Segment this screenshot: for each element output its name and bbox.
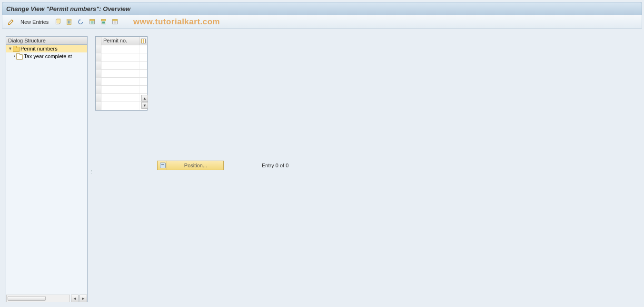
position-icon bbox=[159, 161, 167, 170]
hscroll-left-icon[interactable]: ◄ bbox=[71, 295, 79, 302]
table-row[interactable] bbox=[96, 45, 147, 53]
cell-permit-no[interactable] bbox=[101, 45, 139, 53]
svg-rect-8 bbox=[91, 21, 94, 22]
table-settings-icon[interactable] bbox=[139, 37, 147, 45]
row-selector[interactable] bbox=[96, 61, 101, 69]
page-title: Change View "Permit numbers": Overview bbox=[6, 5, 130, 12]
table-row[interactable] bbox=[96, 94, 147, 102]
row-selector-header[interactable] bbox=[96, 37, 101, 45]
svg-rect-18 bbox=[114, 23, 117, 23]
svg-rect-16 bbox=[114, 21, 117, 22]
undo-icon[interactable] bbox=[76, 17, 86, 27]
tree-node-label: Tax year complete st bbox=[24, 53, 72, 59]
cell-permit-no[interactable] bbox=[101, 86, 139, 93]
row-selector[interactable] bbox=[96, 86, 101, 93]
table-row[interactable] bbox=[96, 102, 147, 110]
tree-node-tax-year[interactable]: • Tax year complete st bbox=[6, 52, 87, 60]
cell-permit-no[interactable] bbox=[101, 78, 139, 85]
row-selector[interactable] bbox=[96, 94, 101, 102]
svg-rect-4 bbox=[69, 20, 70, 23]
table-header-row: Permit no. bbox=[96, 37, 147, 45]
tree-bullet-icon: • bbox=[14, 54, 15, 59]
hscroll-track[interactable] bbox=[6, 295, 70, 302]
dialog-structure-tree: ▼ Permit numbers • Tax year complete st bbox=[6, 45, 87, 301]
tree-collapse-icon[interactable]: ▼ bbox=[8, 46, 13, 51]
delete-icon[interactable] bbox=[65, 17, 74, 27]
position-button-label: Position... bbox=[168, 163, 223, 168]
hscroll-thumb[interactable] bbox=[8, 296, 46, 301]
dialog-structure-panel: Dialog Structure ▼ Permit numbers • Tax … bbox=[6, 36, 88, 302]
svg-rect-13 bbox=[102, 21, 105, 23]
row-selector[interactable] bbox=[96, 53, 101, 61]
svg-rect-15 bbox=[113, 19, 118, 20]
cell-permit-no[interactable] bbox=[101, 61, 139, 69]
table-row[interactable] bbox=[96, 78, 147, 86]
scroll-up-icon[interactable]: ▲ bbox=[141, 95, 148, 102]
entry-count-text: Entry 0 of 0 bbox=[262, 163, 288, 168]
splitter-handle[interactable] bbox=[89, 36, 92, 302]
position-area: Position... Entry 0 of 0 bbox=[157, 161, 288, 170]
svg-rect-2 bbox=[67, 20, 71, 24]
row-selector[interactable] bbox=[96, 45, 101, 53]
folder-closed-icon bbox=[16, 53, 23, 59]
select-all-icon[interactable] bbox=[88, 17, 97, 27]
title-bar: Change View "Permit numbers": Overview bbox=[2, 2, 642, 15]
svg-rect-7 bbox=[90, 19, 95, 20]
dialog-structure-hscroll: ◄ ► bbox=[6, 294, 87, 302]
svg-rect-3 bbox=[68, 20, 69, 23]
tree-node-label: Permit numbers bbox=[20, 46, 58, 51]
table-row[interactable] bbox=[96, 61, 147, 70]
position-button[interactable]: Position... bbox=[157, 161, 224, 170]
column-header-permit-no[interactable]: Permit no. bbox=[101, 37, 139, 45]
deselect-all-icon[interactable] bbox=[110, 17, 120, 27]
cell-permit-no[interactable] bbox=[101, 102, 139, 110]
toolbar: New Entries www.tutorialkart.com bbox=[2, 15, 642, 29]
table-row[interactable] bbox=[96, 86, 147, 94]
hscroll-right-icon[interactable]: ► bbox=[79, 295, 87, 302]
cell-permit-no[interactable] bbox=[101, 53, 139, 61]
table-row[interactable] bbox=[96, 70, 147, 78]
svg-rect-10 bbox=[91, 23, 94, 23]
cell-permit-no[interactable] bbox=[101, 70, 139, 77]
cell-permit-no[interactable] bbox=[101, 94, 139, 102]
folder-open-icon bbox=[13, 46, 20, 51]
tree-node-permit-numbers[interactable]: ▼ Permit numbers bbox=[6, 45, 87, 52]
svg-rect-12 bbox=[101, 19, 106, 20]
svg-rect-17 bbox=[114, 22, 117, 22]
table-row[interactable] bbox=[96, 53, 147, 61]
permit-table: Permit no. ▲ ▼ bbox=[95, 36, 148, 111]
toggle-change-icon[interactable] bbox=[6, 17, 16, 27]
svg-rect-5 bbox=[67, 19, 72, 20]
select-block-icon[interactable] bbox=[99, 17, 109, 27]
svg-rect-9 bbox=[91, 22, 94, 22]
svg-rect-1 bbox=[57, 19, 60, 23]
row-selector[interactable] bbox=[96, 102, 101, 110]
scroll-down-icon[interactable]: ▼ bbox=[141, 102, 148, 109]
watermark-text: www.tutorialkart.com bbox=[133, 17, 220, 27]
dialog-structure-header: Dialog Structure bbox=[6, 37, 87, 45]
new-entries-button[interactable]: New Entries bbox=[18, 17, 51, 27]
new-entries-label: New Entries bbox=[20, 19, 49, 25]
main-area: Dialog Structure ▼ Permit numbers • Tax … bbox=[2, 30, 642, 305]
copy-as-icon[interactable] bbox=[53, 17, 63, 27]
table-vscroll: ▲ ▼ bbox=[141, 45, 149, 110]
row-selector[interactable] bbox=[96, 70, 101, 77]
row-selector[interactable] bbox=[96, 78, 101, 85]
